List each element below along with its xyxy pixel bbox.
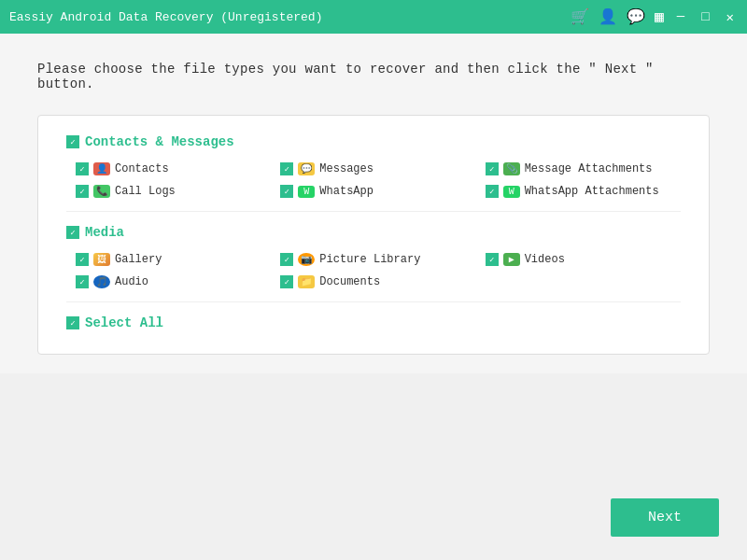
titlebar-controls: 🛒 👤 💬 ▦ ─ □ ✕ [571, 7, 738, 26]
call-logs-checkbox[interactable] [76, 185, 89, 198]
next-button[interactable]: Next [611, 498, 719, 537]
list-item: 💬 Messages [280, 162, 475, 175]
documents-checkbox[interactable] [280, 275, 293, 288]
list-item: 📞 Call Logs [76, 185, 271, 198]
message-attachments-checkbox[interactable] [486, 162, 499, 175]
contacts-checkbox[interactable] [76, 162, 89, 175]
gallery-icon: 🖼 [93, 253, 110, 266]
call-logs-icon: 📞 [93, 185, 110, 198]
whatsapp-attachments-checkbox[interactable] [486, 185, 499, 198]
whatsapp-attachments-icon: W [503, 186, 520, 198]
whatsapp-attachments-label: WhatsApp Attachments [525, 185, 659, 198]
message-attachments-icon: 📎 [503, 162, 520, 175]
whatsapp-icon: W [298, 186, 315, 198]
select-all-checkbox[interactable] [66, 316, 79, 329]
messages-label: Messages [319, 162, 374, 175]
select-all-label: Select All [85, 315, 163, 330]
videos-label: Videos [525, 253, 565, 266]
grid-icon[interactable]: ▦ [655, 7, 664, 26]
audio-checkbox[interactable] [76, 275, 89, 288]
contacts-messages-items: 👤 Contacts 💬 Messages 📎 Message Attachme… [76, 162, 681, 198]
list-item: 🎵 Audio [76, 275, 271, 288]
select-all-row: Select All [66, 315, 681, 330]
picture-library-checkbox[interactable] [280, 253, 293, 266]
audio-icon: 🎵 [93, 275, 110, 288]
chat-icon[interactable]: 💬 [627, 7, 645, 26]
contacts-icon: 👤 [93, 162, 110, 175]
media-checkbox[interactable] [66, 226, 79, 239]
list-item: W WhatsApp Attachments [486, 185, 681, 198]
section-divider-2 [66, 301, 681, 302]
gallery-label: Gallery [115, 253, 162, 266]
documents-icon: 📁 [298, 275, 315, 288]
list-item: W WhatsApp [280, 185, 475, 198]
list-item: 📎 Message Attachments [486, 162, 681, 175]
message-attachments-label: Message Attachments [525, 162, 653, 175]
contacts-messages-label: Contacts & Messages [85, 134, 234, 149]
picture-library-label: Picture Library [319, 253, 420, 266]
list-item: 📷 Picture Library [280, 253, 475, 266]
section-divider [66, 211, 681, 212]
call-logs-label: Call Logs [115, 185, 176, 198]
contacts-messages-section-header: Contacts & Messages [66, 134, 681, 149]
list-item: ▶ Videos [486, 253, 681, 266]
app-title: Eassiy Android Data Recovery (Unregister… [9, 10, 322, 24]
file-types-panel: Contacts & Messages 👤 Contacts 💬 Message… [37, 115, 710, 355]
list-item: 🖼 Gallery [76, 253, 271, 266]
messages-checkbox[interactable] [280, 162, 293, 175]
media-label: Media [85, 225, 124, 240]
titlebar: Eassiy Android Data Recovery (Unregister… [0, 0, 747, 34]
cart-icon[interactable]: 🛒 [571, 7, 589, 26]
gallery-checkbox[interactable] [76, 253, 89, 266]
media-items: 🖼 Gallery 📷 Picture Library ▶ Videos 🎵 A… [76, 253, 681, 288]
whatsapp-checkbox[interactable] [280, 185, 293, 198]
documents-label: Documents [319, 275, 380, 288]
instruction-text: Please choose the file types you want to… [37, 62, 710, 91]
picture-library-icon: 📷 [298, 253, 315, 266]
list-item: 👤 Contacts [76, 162, 271, 175]
videos-checkbox[interactable] [486, 253, 499, 266]
contacts-messages-checkbox[interactable] [66, 135, 79, 148]
list-item: 📁 Documents [280, 275, 475, 288]
minimize-button[interactable]: ─ [673, 9, 688, 24]
audio-label: Audio [115, 275, 148, 288]
whatsapp-label: WhatsApp [319, 185, 374, 198]
user-icon[interactable]: 👤 [599, 7, 617, 26]
media-section-header: Media [66, 225, 681, 240]
maximize-button[interactable]: □ [698, 9, 712, 24]
videos-icon: ▶ [503, 253, 520, 266]
close-button[interactable]: ✕ [723, 9, 738, 25]
messages-icon: 💬 [298, 162, 315, 175]
contacts-label: Contacts [115, 162, 169, 175]
main-content: Please choose the file types you want to… [0, 34, 747, 373]
